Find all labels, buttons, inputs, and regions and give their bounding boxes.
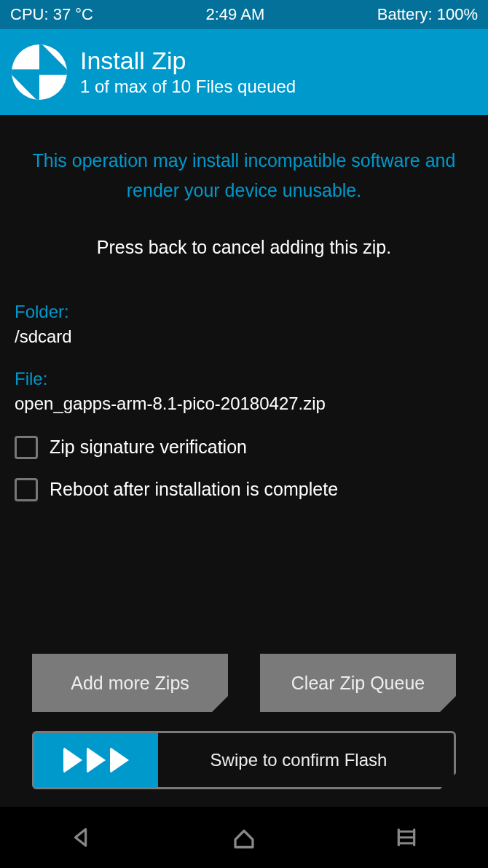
- checkbox-reboot-after[interactable]: Reboot after installation is complete: [15, 478, 473, 501]
- warning-text: This operation may install incompatible …: [15, 146, 473, 206]
- folder-value: /sdcard: [15, 327, 473, 347]
- status-battery: Battery: 100%: [377, 5, 478, 24]
- status-bar: CPU: 37 °C 2:49 AM Battery: 100%: [0, 0, 488, 29]
- checkbox-label: Reboot after installation is complete: [50, 479, 338, 500]
- file-value: open_gapps-arm-8.1-pico-20180427.zip: [15, 394, 473, 414]
- folder-label: Folder:: [15, 302, 473, 322]
- checkbox-zip-signature[interactable]: Zip signature verification: [15, 436, 473, 459]
- checkbox-icon: [15, 436, 38, 459]
- add-more-zips-button[interactable]: Add more Zips: [32, 654, 228, 712]
- twrp-logo-icon: [12, 44, 67, 100]
- chevron-right-icon: [63, 747, 82, 773]
- swipe-label: Swipe to confirm Flash: [158, 750, 454, 770]
- file-label: File:: [15, 369, 473, 389]
- menu-button[interactable]: [392, 823, 421, 852]
- main-content: This operation may install incompatible …: [0, 115, 488, 807]
- chevron-right-icon: [110, 747, 129, 773]
- chevron-right-icon: [87, 747, 106, 773]
- home-button[interactable]: [229, 823, 259, 852]
- button-label: Add more Zips: [71, 673, 189, 694]
- button-label: Clear Zip Queue: [291, 673, 425, 694]
- header-subtitle: 1 of max of 10 Files queued: [80, 77, 296, 97]
- instruction-text: Press back to cancel adding this zip.: [15, 237, 473, 258]
- navigation-bar: [0, 807, 488, 868]
- clear-zip-queue-button[interactable]: Clear Zip Queue: [260, 654, 456, 712]
- back-button[interactable]: [67, 823, 96, 852]
- swipe-to-confirm-slider[interactable]: Swipe to confirm Flash: [32, 731, 456, 789]
- swipe-handle[interactable]: [34, 733, 158, 787]
- header-bar: Install Zip 1 of max of 10 Files queued: [0, 29, 488, 115]
- page-title: Install Zip: [80, 47, 296, 74]
- checkbox-icon: [15, 478, 38, 501]
- status-time: 2:49 AM: [206, 5, 265, 24]
- checkbox-label: Zip signature verification: [50, 437, 247, 458]
- status-cpu: CPU: 37 °C: [10, 5, 93, 24]
